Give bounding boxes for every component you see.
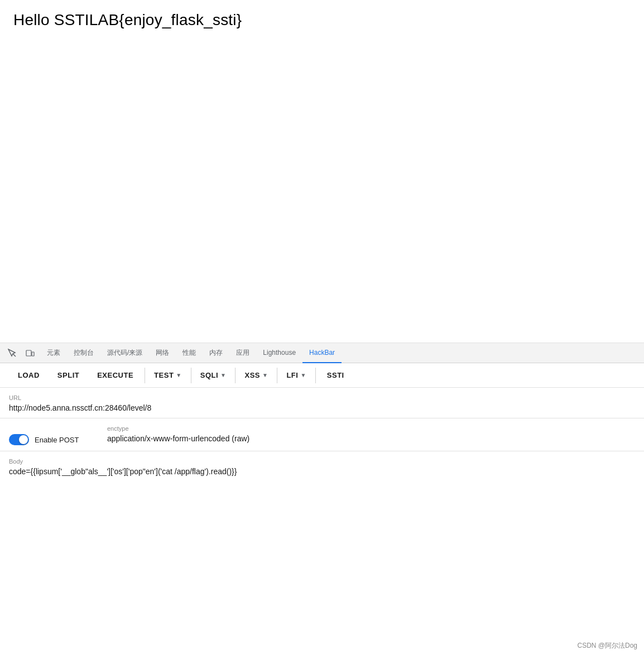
test-dropdown-arrow: ▼ bbox=[176, 372, 181, 378]
toolbar-divider-4 bbox=[277, 368, 277, 383]
tab-memory[interactable]: 内存 bbox=[203, 343, 229, 363]
svg-rect-1 bbox=[26, 350, 31, 356]
enctype-field-container: enctype application/x-www-form-urlencode… bbox=[107, 425, 635, 443]
enctype-label: enctype bbox=[107, 425, 635, 432]
devtools-tabbar: 元素 控制台 源代码/来源 网络 性能 内存 应用 Lighthouse Hac… bbox=[0, 343, 644, 363]
toolbar-divider-3 bbox=[235, 368, 236, 383]
body-label: Body bbox=[9, 458, 635, 465]
page-heading: Hello SSTILAB{enjoy_flask_ssti} bbox=[13, 11, 631, 29]
split-button[interactable]: SPLIT bbox=[49, 367, 88, 384]
responsive-icon[interactable] bbox=[22, 343, 38, 363]
body-value[interactable]: code={{lipsum['__glob"als__']['os']['pop… bbox=[9, 467, 635, 476]
load-button[interactable]: LOAD bbox=[9, 367, 49, 384]
tab-console[interactable]: 控制台 bbox=[67, 343, 100, 363]
devtools-panel: 元素 控制台 源代码/来源 网络 性能 内存 应用 Lighthouse Hac… bbox=[0, 343, 644, 655]
url-value[interactable]: http://node5.anna.nssctf.cn:28460/level/… bbox=[9, 403, 635, 412]
url-label: URL bbox=[9, 394, 635, 401]
toolbar-divider-1 bbox=[145, 368, 145, 383]
toolbar-divider-5 bbox=[315, 368, 316, 383]
url-field-container: URL http://node5.anna.nssctf.cn:28460/le… bbox=[0, 388, 644, 418]
svg-rect-2 bbox=[32, 352, 34, 356]
inspect-element-icon[interactable] bbox=[4, 343, 20, 363]
lfi-dropdown-arrow: ▼ bbox=[300, 372, 306, 378]
lfi-dropdown-button[interactable]: LFI ▼ bbox=[280, 367, 313, 384]
hackbar-content: URL http://node5.anna.nssctf.cn:28460/le… bbox=[0, 388, 644, 655]
xss-dropdown-arrow: ▼ bbox=[262, 372, 268, 378]
xss-dropdown-button[interactable]: XSS ▼ bbox=[238, 367, 275, 384]
tab-hackbar[interactable]: HackBar bbox=[302, 343, 342, 363]
tab-network[interactable]: 网络 bbox=[149, 343, 176, 363]
enable-post-container: Enable POST bbox=[9, 425, 98, 445]
execute-button[interactable]: EXECUTE bbox=[88, 367, 142, 384]
toolbar-divider-2 bbox=[191, 368, 191, 383]
browser-content-area: Hello SSTILAB{enjoy_flask_ssti} bbox=[0, 0, 644, 343]
sqli-dropdown-arrow: ▼ bbox=[220, 372, 226, 378]
tab-performance[interactable]: 性能 bbox=[176, 343, 203, 363]
enctype-value[interactable]: application/x-www-form-urlencoded (raw) bbox=[107, 434, 635, 443]
tab-sources[interactable]: 源代码/来源 bbox=[100, 343, 149, 363]
sqli-dropdown-button[interactable]: SQLI ▼ bbox=[194, 367, 233, 384]
ssti-button[interactable]: SSTI bbox=[318, 367, 353, 384]
body-field-container: Body code={{lipsum['__glob"als__']['os']… bbox=[0, 451, 644, 481]
tab-elements[interactable]: 元素 bbox=[40, 343, 67, 363]
tab-lighthouse[interactable]: Lighthouse bbox=[256, 343, 302, 363]
post-section: Enable POST enctype application/x-www-fo… bbox=[0, 418, 644, 451]
tab-application[interactable]: 应用 bbox=[229, 343, 256, 363]
svg-line-0 bbox=[13, 354, 16, 357]
enable-post-toggle[interactable] bbox=[9, 434, 29, 445]
enable-post-label: Enable POST bbox=[35, 436, 79, 444]
test-dropdown-button[interactable]: TEST ▼ bbox=[147, 367, 189, 384]
watermark: CSDN @阿尔法Dog bbox=[577, 641, 637, 651]
hackbar-toolbar: LOAD SPLIT EXECUTE TEST ▼ SQLI ▼ XSS ▼ L… bbox=[0, 363, 644, 388]
